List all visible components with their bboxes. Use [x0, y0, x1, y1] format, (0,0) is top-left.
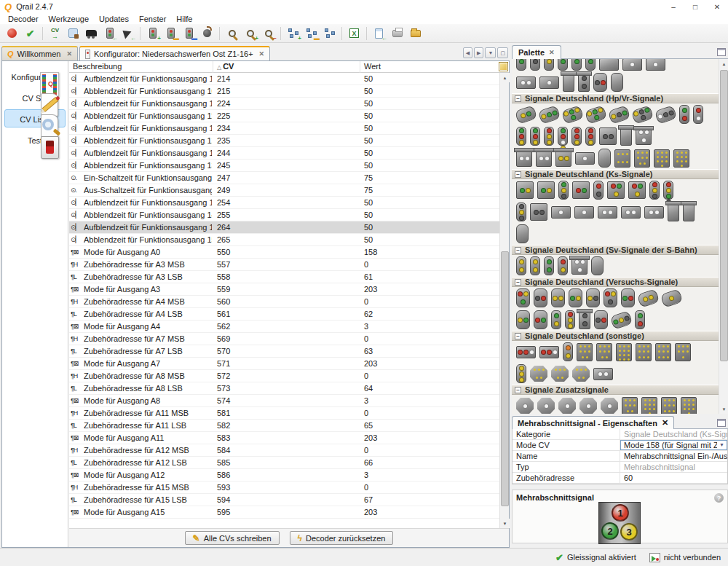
palette-signal-tile[interactable] [515, 105, 538, 124]
palette-signal-tile[interactable] [516, 76, 536, 89]
toolbar-zoom-out-icon[interactable]: − [260, 25, 277, 42]
palette-section-header[interactable]: −Signale Deutschland (Hp/Vr-Signale) [512, 93, 719, 103]
table-row[interactable]: ¶LZubehöradresse für A11 LSB58265 [69, 420, 499, 432]
properties-tab[interactable]: Mehrabschnittsignal - Eigenschaften ✕ [512, 416, 674, 429]
minimize-button[interactable]: – [662, 0, 684, 13]
maximize-button[interactable]: □ [684, 0, 706, 13]
toolbar-signal-new-icon[interactable]: + [144, 25, 161, 42]
collapse-icon[interactable]: − [515, 95, 521, 102]
palette-signal-tile[interactable] [534, 310, 547, 329]
palette-signal-tile[interactable] [537, 181, 555, 199]
table-row[interactable]: ⊙.Ein-Schaltzeit für Funktionsausgang 13… [69, 172, 499, 184]
palette-signal-tile[interactable] [591, 256, 604, 275]
table-row[interactable]: ¶HZubehöradresse für A8 MSB5720 [69, 370, 499, 382]
palette-signal-tile[interactable] [622, 59, 642, 71]
palette-signal-tile[interactable] [649, 181, 660, 200]
palette-signal-tile[interactable] [516, 59, 526, 71]
scroll-thumb[interactable] [501, 251, 509, 506]
scroll-up-icon[interactable]: ▲ [500, 73, 510, 82]
palette-signal-tile[interactable] [598, 149, 611, 168]
menu-fenster[interactable]: Fenster [134, 15, 171, 23]
table-scrollbar[interactable]: ▲ ▼ [499, 73, 509, 528]
palette-signal-tile[interactable] [516, 224, 529, 243]
toolbar-tree-new-icon[interactable]: + [285, 25, 301, 42]
menu-werkzeuge[interactable]: Werkzeuge [44, 15, 94, 23]
palette-signal-tile[interactable] [636, 127, 652, 145]
properties-close-icon[interactable]: ✕ [662, 418, 668, 428]
table-row[interactable]: ¶HZubehöradresse für A12 MSB5840 [69, 444, 499, 457]
toolbar-zoom-original-icon[interactable] [223, 25, 240, 42]
property-value-dropdown[interactable]: Mode 158 (für Signal mit Zs3v-T...▼ [620, 440, 727, 450]
palette-signal-tile[interactable] [673, 149, 689, 168]
palette-signal-tile[interactable] [530, 256, 540, 275]
palette-signal-tile[interactable] [634, 149, 650, 168]
palette-signal-tile[interactable] [571, 257, 587, 275]
palette-signal-tile[interactable] [536, 149, 552, 167]
table-row[interactable]: ¶⊠Mode für Ausgang A125863 [69, 469, 499, 482]
palette-signal-tile[interactable] [616, 343, 632, 361]
menu-hilfe[interactable]: Hilfe [171, 15, 197, 23]
table-row[interactable]: ⊙▏Abblendzeit für Funktionsausgang 15265… [69, 234, 499, 246]
palette-signal-tile[interactable] [558, 398, 576, 414]
tab-scroll-right-icon[interactable]: ▶ [474, 47, 483, 58]
sidebar-item-konfiguration[interactable]: QKonfiguration [4, 67, 66, 85]
palette-signal-tile[interactable] [604, 288, 617, 307]
palette-signal-tile[interactable] [544, 127, 554, 146]
table-row[interactable]: ⊙▏Abblendzeit für Funktionsausgang 14255… [69, 209, 499, 221]
palette-signal-tile[interactable] [635, 310, 645, 329]
tab-willkommen[interactable]: QWillkommen✕ [1, 46, 78, 60]
palette-signal-tile[interactable] [551, 288, 565, 307]
toolbar-cv-write-icon[interactable]: CV→ [47, 25, 63, 42]
toolbar-open-folder-icon[interactable] [407, 25, 424, 42]
palette-signal-tile[interactable] [539, 346, 559, 358]
palette-signal-tile[interactable] [614, 149, 630, 168]
write-all-cvs-button[interactable]: ✎Alle CVs schreiben [185, 531, 280, 545]
table-row[interactable]: ⊙▏Aufblendzeit für Funktionsausgang 1324… [69, 147, 499, 160]
collapse-icon[interactable]: − [515, 333, 521, 339]
toolbar-horn-read-icon[interactable]: ← [119, 25, 136, 42]
table-row[interactable]: ⊙▏Abblendzeit für Funktionsausgang 13245… [69, 160, 499, 172]
palette-signal-tile[interactable] [593, 368, 613, 380]
toolbar-print-icon[interactable] [389, 25, 405, 42]
scroll-down-icon[interactable]: ▼ [500, 519, 510, 528]
palette-signal-tile[interactable] [679, 105, 689, 124]
toolbar-record-icon[interactable] [4, 25, 20, 42]
toolbar-tree-copy-icon[interactable] [321, 25, 338, 42]
table-row[interactable]: ⊙▏Aufblendzeit für Funktionsausgang 1425… [69, 197, 499, 209]
table-row[interactable]: ¶LZubehöradresse für A4 LSB56162 [69, 308, 499, 321]
table-row[interactable]: ¶⊠Mode für Ausgang A7571203 [69, 358, 499, 370]
palette-signal-tile[interactable] [593, 73, 607, 92]
palette-signal-tile[interactable] [516, 346, 536, 358]
palette-signal-tile[interactable] [572, 366, 590, 382]
palette-signal-tile[interactable] [544, 59, 554, 71]
palette-section-header[interactable]: −Signale Deutschland (Versuchs-Signale) [512, 277, 719, 287]
table-row[interactable]: ⊙▏Abblendzeit für Funktionsausgang 10215… [69, 85, 499, 98]
table-row[interactable]: ¶HZubehöradresse für A7 MSB5690 [69, 333, 499, 345]
palette-signal-tile[interactable] [516, 256, 526, 275]
palette-signal-tile[interactable] [611, 73, 623, 92]
palette-section-header[interactable]: −Signale Deutschland (sonstige) [512, 331, 719, 341]
palette-signal-tile[interactable] [668, 203, 679, 221]
palette-section-header[interactable]: −Signale Deutschland (Sv-Signale der S-B… [512, 245, 719, 255]
toolbar-signal-read-icon[interactable]: ← [101, 25, 118, 42]
palette-scrollbar[interactable]: ▲ ▼ [719, 59, 728, 414]
table-row[interactable]: ⊙▏Aufblendzeit für Funktionsausgang 1021… [69, 73, 499, 85]
palette-signal-tile[interactable] [586, 288, 600, 307]
palette-signal-tile[interactable] [655, 343, 671, 361]
toolbar-signal-save-icon[interactable]: ▬ [181, 25, 197, 42]
palette-scroll-thumb[interactable] [720, 70, 728, 361]
column-config-icon[interactable] [499, 62, 508, 71]
palette-signal-tile[interactable] [641, 397, 657, 414]
palette-signal-tile[interactable] [537, 398, 555, 414]
palette-signal-tile[interactable] [558, 59, 568, 71]
tab-konfigurator[interactable]: Konfigurator: Niedersachswerfen Ost Z1-1… [79, 46, 270, 60]
palette-signal-tile[interactable] [631, 105, 654, 124]
table-row[interactable]: ¶HZubehöradresse für A4 MSB5600 [69, 296, 499, 308]
toolbar-pom-programming-icon[interactable] [65, 25, 82, 42]
palette-signal-tile[interactable] [534, 288, 547, 307]
table-row[interactable]: ¶⊠Mode für Ausgang A0550158 [69, 246, 499, 259]
palette-signal-tile[interactable] [551, 366, 569, 382]
column-header-cv[interactable]: △CV [213, 61, 360, 73]
palette-signal-tile[interactable] [585, 105, 608, 124]
table-row[interactable]: ¶LZubehöradresse für A8 LSB57364 [69, 382, 499, 395]
